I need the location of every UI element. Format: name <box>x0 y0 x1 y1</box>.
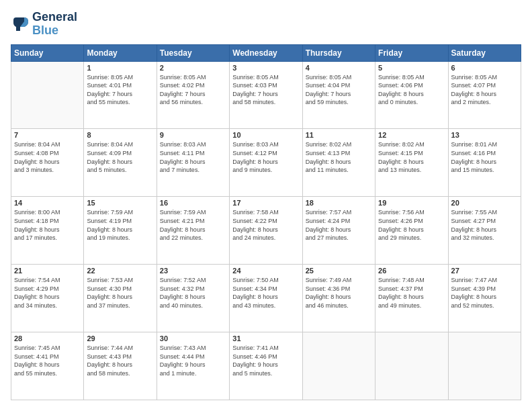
day-number: 19 <box>378 199 445 207</box>
day-info: Sunrise: 7:45 AMSunset: 4:41 PMDaylight:… <box>14 344 81 377</box>
day-info: Sunrise: 8:05 AMSunset: 4:07 PMDaylight:… <box>451 73 518 107</box>
day-cell: 22Sunrise: 7:53 AMSunset: 4:30 PMDayligh… <box>84 265 157 332</box>
day-cell <box>448 332 521 400</box>
day-cell: 19Sunrise: 7:56 AMSunset: 4:26 PMDayligh… <box>375 197 448 265</box>
day-info: Sunrise: 8:02 AMSunset: 4:15 PMDaylight:… <box>378 140 445 174</box>
day-info: Sunrise: 7:59 AMSunset: 4:19 PMDaylight:… <box>87 208 153 242</box>
day-number: 26 <box>378 267 445 275</box>
day-number: 15 <box>87 199 153 207</box>
day-cell: 6Sunrise: 8:05 AMSunset: 4:07 PMDaylight… <box>448 61 521 129</box>
day-cell: 20Sunrise: 7:55 AMSunset: 4:27 PMDayligh… <box>448 197 521 265</box>
day-number: 27 <box>451 267 518 275</box>
week-row-4: 21Sunrise: 7:54 AMSunset: 4:29 PMDayligh… <box>11 265 521 332</box>
day-number: 5 <box>378 64 445 72</box>
header-wednesday: Wednesday <box>230 44 302 61</box>
day-info: Sunrise: 8:01 AMSunset: 4:16 PMDaylight:… <box>451 140 518 174</box>
day-number: 13 <box>451 131 518 139</box>
day-info: Sunrise: 8:03 AMSunset: 4:12 PMDaylight:… <box>232 140 299 174</box>
day-info: Sunrise: 7:44 AMSunset: 4:43 PMDaylight:… <box>87 344 153 377</box>
day-info: Sunrise: 7:48 AMSunset: 4:37 PMDaylight:… <box>378 276 445 310</box>
day-cell: 26Sunrise: 7:48 AMSunset: 4:37 PMDayligh… <box>375 265 448 332</box>
day-cell: 14Sunrise: 8:00 AMSunset: 4:18 PMDayligh… <box>11 197 84 265</box>
day-number: 17 <box>232 199 299 207</box>
header-thursday: Thursday <box>302 44 375 61</box>
day-cell: 10Sunrise: 8:03 AMSunset: 4:12 PMDayligh… <box>230 129 302 197</box>
day-number: 1 <box>87 64 153 72</box>
day-cell: 15Sunrise: 7:59 AMSunset: 4:19 PMDayligh… <box>84 197 157 265</box>
day-cell: 4Sunrise: 8:05 AMSunset: 4:04 PMDaylight… <box>302 61 375 129</box>
day-number: 18 <box>306 199 372 207</box>
day-cell: 16Sunrise: 7:59 AMSunset: 4:21 PMDayligh… <box>157 197 229 265</box>
day-cell: 25Sunrise: 7:49 AMSunset: 4:36 PMDayligh… <box>302 265 375 332</box>
day-cell: 5Sunrise: 8:05 AMSunset: 4:06 PMDaylight… <box>375 61 448 129</box>
day-cell: 29Sunrise: 7:44 AMSunset: 4:43 PMDayligh… <box>84 332 157 400</box>
day-number: 25 <box>306 267 372 275</box>
day-cell: 31Sunrise: 7:41 AMSunset: 4:46 PMDayligh… <box>230 332 302 400</box>
day-number: 14 <box>14 199 81 207</box>
header-monday: Monday <box>84 44 157 61</box>
day-info: Sunrise: 8:00 AMSunset: 4:18 PMDaylight:… <box>14 208 81 242</box>
day-cell <box>302 332 375 400</box>
day-cell: 18Sunrise: 7:57 AMSunset: 4:24 PMDayligh… <box>302 197 375 265</box>
day-info: Sunrise: 7:50 AMSunset: 4:34 PMDaylight:… <box>232 276 299 310</box>
header-saturday: Saturday <box>448 44 521 61</box>
day-info: Sunrise: 8:02 AMSunset: 4:13 PMDaylight:… <box>306 140 372 174</box>
day-cell: 27Sunrise: 7:47 AMSunset: 4:39 PMDayligh… <box>448 265 521 332</box>
day-info: Sunrise: 8:03 AMSunset: 4:11 PMDaylight:… <box>160 140 226 174</box>
day-cell: 1Sunrise: 8:05 AMSunset: 4:01 PMDaylight… <box>84 61 157 129</box>
day-number: 20 <box>451 199 518 207</box>
day-cell: 13Sunrise: 8:01 AMSunset: 4:16 PMDayligh… <box>448 129 521 197</box>
day-cell: 7Sunrise: 8:04 AMSunset: 4:08 PMDaylight… <box>11 129 84 197</box>
day-info: Sunrise: 7:55 AMSunset: 4:27 PMDaylight:… <box>451 208 518 242</box>
day-cell: 24Sunrise: 7:50 AMSunset: 4:34 PMDayligh… <box>230 265 302 332</box>
day-info: Sunrise: 7:52 AMSunset: 4:32 PMDaylight:… <box>160 276 226 310</box>
day-info: Sunrise: 7:59 AMSunset: 4:21 PMDaylight:… <box>160 208 226 242</box>
day-cell: 9Sunrise: 8:03 AMSunset: 4:11 PMDaylight… <box>157 129 229 197</box>
day-cell: 28Sunrise: 7:45 AMSunset: 4:41 PMDayligh… <box>11 332 84 400</box>
day-cell: 17Sunrise: 7:58 AMSunset: 4:22 PMDayligh… <box>230 197 302 265</box>
logo-icon <box>11 15 30 34</box>
day-number: 9 <box>160 131 226 139</box>
day-info: Sunrise: 7:53 AMSunset: 4:30 PMDaylight:… <box>87 276 153 310</box>
day-cell: 2Sunrise: 8:05 AMSunset: 4:02 PMDaylight… <box>157 61 229 129</box>
day-cell <box>375 332 448 400</box>
day-cell: 12Sunrise: 8:02 AMSunset: 4:15 PMDayligh… <box>375 129 448 197</box>
day-number: 6 <box>451 64 518 72</box>
day-number: 10 <box>232 131 299 139</box>
day-number: 24 <box>232 267 299 275</box>
day-number: 2 <box>160 64 226 72</box>
day-info: Sunrise: 8:05 AMSunset: 4:02 PMDaylight:… <box>160 73 226 107</box>
day-info: Sunrise: 7:57 AMSunset: 4:24 PMDaylight:… <box>306 208 372 242</box>
day-cell: 3Sunrise: 8:05 AMSunset: 4:03 PMDaylight… <box>230 61 302 129</box>
day-number: 28 <box>14 334 81 342</box>
calendar: SundayMondayTuesdayWednesdayThursdayFrid… <box>11 44 521 400</box>
day-number: 21 <box>14 267 81 275</box>
day-info: Sunrise: 7:43 AMSunset: 4:44 PMDaylight:… <box>160 344 226 377</box>
page-header: General Blue <box>11 11 521 38</box>
day-number: 23 <box>160 267 226 275</box>
day-info: Sunrise: 7:49 AMSunset: 4:36 PMDaylight:… <box>306 276 372 310</box>
logo: General Blue <box>11 11 77 38</box>
day-number: 22 <box>87 267 153 275</box>
week-row-5: 28Sunrise: 7:45 AMSunset: 4:41 PMDayligh… <box>11 332 521 400</box>
day-info: Sunrise: 7:41 AMSunset: 4:46 PMDaylight:… <box>232 344 299 377</box>
day-number: 7 <box>14 131 81 139</box>
day-number: 11 <box>306 131 372 139</box>
day-cell: 30Sunrise: 7:43 AMSunset: 4:44 PMDayligh… <box>157 332 229 400</box>
day-info: Sunrise: 8:05 AMSunset: 4:03 PMDaylight:… <box>232 73 299 107</box>
day-cell <box>11 61 84 129</box>
day-number: 8 <box>87 131 153 139</box>
day-number: 3 <box>232 64 299 72</box>
day-number: 16 <box>160 199 226 207</box>
day-number: 31 <box>232 334 299 342</box>
calendar-header-row: SundayMondayTuesdayWednesdayThursdayFrid… <box>11 44 521 61</box>
header-sunday: Sunday <box>11 44 84 61</box>
day-info: Sunrise: 7:54 AMSunset: 4:29 PMDaylight:… <box>14 276 81 310</box>
day-info: Sunrise: 7:58 AMSunset: 4:22 PMDaylight:… <box>232 208 299 242</box>
week-row-2: 7Sunrise: 8:04 AMSunset: 4:08 PMDaylight… <box>11 129 521 197</box>
day-info: Sunrise: 7:56 AMSunset: 4:26 PMDaylight:… <box>378 208 445 242</box>
day-info: Sunrise: 8:05 AMSunset: 4:04 PMDaylight:… <box>306 73 372 107</box>
header-tuesday: Tuesday <box>157 44 229 61</box>
day-info: Sunrise: 8:04 AMSunset: 4:08 PMDaylight:… <box>14 140 81 174</box>
day-info: Sunrise: 8:04 AMSunset: 4:09 PMDaylight:… <box>87 140 153 174</box>
